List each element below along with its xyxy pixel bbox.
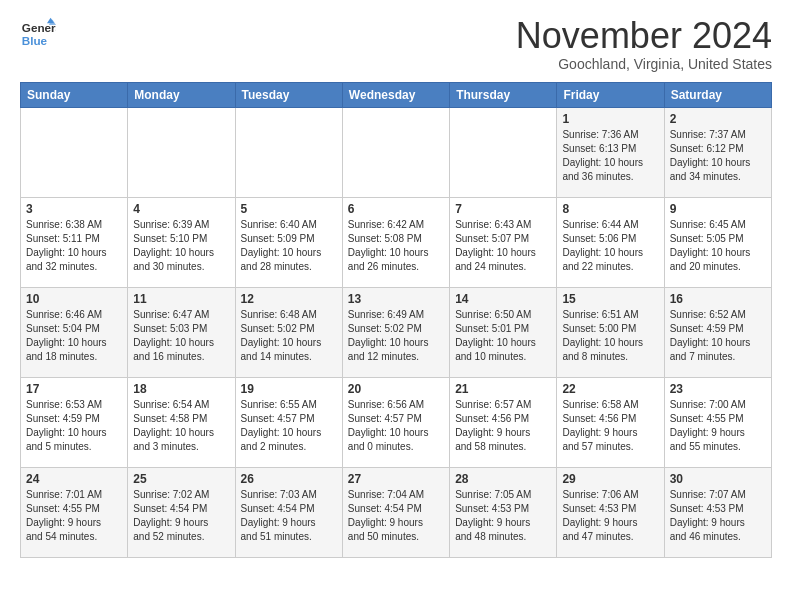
calendar-cell: 25Sunrise: 7:02 AM Sunset: 4:54 PM Dayli… [128,467,235,557]
day-number: 20 [348,382,444,396]
cell-info: Sunrise: 6:44 AM Sunset: 5:06 PM Dayligh… [562,218,658,274]
svg-text:Blue: Blue [22,34,48,47]
calendar-cell: 7Sunrise: 6:43 AM Sunset: 5:07 PM Daylig… [450,197,557,287]
calendar-cell [450,107,557,197]
cell-info: Sunrise: 6:47 AM Sunset: 5:03 PM Dayligh… [133,308,229,364]
weekday-header: Wednesday [342,82,449,107]
weekday-header: Friday [557,82,664,107]
calendar-cell: 24Sunrise: 7:01 AM Sunset: 4:55 PM Dayli… [21,467,128,557]
cell-info: Sunrise: 6:46 AM Sunset: 5:04 PM Dayligh… [26,308,122,364]
cell-info: Sunrise: 6:53 AM Sunset: 4:59 PM Dayligh… [26,398,122,454]
calendar-cell: 17Sunrise: 6:53 AM Sunset: 4:59 PM Dayli… [21,377,128,467]
cell-info: Sunrise: 6:49 AM Sunset: 5:02 PM Dayligh… [348,308,444,364]
day-number: 12 [241,292,337,306]
calendar-cell [235,107,342,197]
calendar-table: SundayMondayTuesdayWednesdayThursdayFrid… [20,82,772,558]
calendar-cell: 26Sunrise: 7:03 AM Sunset: 4:54 PM Dayli… [235,467,342,557]
calendar-cell: 1Sunrise: 7:36 AM Sunset: 6:13 PM Daylig… [557,107,664,197]
day-number: 17 [26,382,122,396]
cell-info: Sunrise: 6:40 AM Sunset: 5:09 PM Dayligh… [241,218,337,274]
calendar-cell: 19Sunrise: 6:55 AM Sunset: 4:57 PM Dayli… [235,377,342,467]
header-row: SundayMondayTuesdayWednesdayThursdayFrid… [21,82,772,107]
cell-info: Sunrise: 6:58 AM Sunset: 4:56 PM Dayligh… [562,398,658,454]
calendar-cell: 9Sunrise: 6:45 AM Sunset: 5:05 PM Daylig… [664,197,771,287]
calendar-cell: 30Sunrise: 7:07 AM Sunset: 4:53 PM Dayli… [664,467,771,557]
cell-info: Sunrise: 6:56 AM Sunset: 4:57 PM Dayligh… [348,398,444,454]
day-number: 26 [241,472,337,486]
calendar-cell: 11Sunrise: 6:47 AM Sunset: 5:03 PM Dayli… [128,287,235,377]
calendar-cell [342,107,449,197]
calendar-cell: 23Sunrise: 7:00 AM Sunset: 4:55 PM Dayli… [664,377,771,467]
calendar-cell: 12Sunrise: 6:48 AM Sunset: 5:02 PM Dayli… [235,287,342,377]
day-number: 14 [455,292,551,306]
day-number: 15 [562,292,658,306]
weekday-header: Saturday [664,82,771,107]
cell-info: Sunrise: 7:07 AM Sunset: 4:53 PM Dayligh… [670,488,766,544]
day-number: 5 [241,202,337,216]
calendar-week-row: 3Sunrise: 6:38 AM Sunset: 5:11 PM Daylig… [21,197,772,287]
day-number: 16 [670,292,766,306]
calendar-cell: 28Sunrise: 7:05 AM Sunset: 4:53 PM Dayli… [450,467,557,557]
cell-info: Sunrise: 6:42 AM Sunset: 5:08 PM Dayligh… [348,218,444,274]
day-number: 8 [562,202,658,216]
weekday-header: Tuesday [235,82,342,107]
day-number: 30 [670,472,766,486]
cell-info: Sunrise: 6:50 AM Sunset: 5:01 PM Dayligh… [455,308,551,364]
title-block: November 2024 Goochland, Virginia, Unite… [516,16,772,72]
cell-info: Sunrise: 7:06 AM Sunset: 4:53 PM Dayligh… [562,488,658,544]
calendar-cell: 13Sunrise: 6:49 AM Sunset: 5:02 PM Dayli… [342,287,449,377]
day-number: 1 [562,112,658,126]
day-number: 21 [455,382,551,396]
calendar-cell: 15Sunrise: 6:51 AM Sunset: 5:00 PM Dayli… [557,287,664,377]
day-number: 19 [241,382,337,396]
cell-info: Sunrise: 7:01 AM Sunset: 4:55 PM Dayligh… [26,488,122,544]
calendar-cell: 10Sunrise: 6:46 AM Sunset: 5:04 PM Dayli… [21,287,128,377]
cell-info: Sunrise: 6:54 AM Sunset: 4:58 PM Dayligh… [133,398,229,454]
cell-info: Sunrise: 7:36 AM Sunset: 6:13 PM Dayligh… [562,128,658,184]
calendar-cell: 18Sunrise: 6:54 AM Sunset: 4:58 PM Dayli… [128,377,235,467]
calendar-cell: 6Sunrise: 6:42 AM Sunset: 5:08 PM Daylig… [342,197,449,287]
cell-info: Sunrise: 6:39 AM Sunset: 5:10 PM Dayligh… [133,218,229,274]
day-number: 18 [133,382,229,396]
calendar-cell: 3Sunrise: 6:38 AM Sunset: 5:11 PM Daylig… [21,197,128,287]
location: Goochland, Virginia, United States [516,56,772,72]
calendar-cell: 2Sunrise: 7:37 AM Sunset: 6:12 PM Daylig… [664,107,771,197]
day-number: 22 [562,382,658,396]
calendar-cell: 14Sunrise: 6:50 AM Sunset: 5:01 PM Dayli… [450,287,557,377]
calendar-cell: 21Sunrise: 6:57 AM Sunset: 4:56 PM Dayli… [450,377,557,467]
day-number: 7 [455,202,551,216]
cell-info: Sunrise: 6:57 AM Sunset: 4:56 PM Dayligh… [455,398,551,454]
weekday-header: Thursday [450,82,557,107]
logo-icon: General Blue [20,16,56,52]
cell-info: Sunrise: 7:00 AM Sunset: 4:55 PM Dayligh… [670,398,766,454]
calendar-cell: 29Sunrise: 7:06 AM Sunset: 4:53 PM Dayli… [557,467,664,557]
header: General Blue November 2024 Goochland, Vi… [20,16,772,72]
calendar-cell: 16Sunrise: 6:52 AM Sunset: 4:59 PM Dayli… [664,287,771,377]
day-number: 9 [670,202,766,216]
cell-info: Sunrise: 6:43 AM Sunset: 5:07 PM Dayligh… [455,218,551,274]
cell-info: Sunrise: 6:51 AM Sunset: 5:00 PM Dayligh… [562,308,658,364]
calendar-week-row: 1Sunrise: 7:36 AM Sunset: 6:13 PM Daylig… [21,107,772,197]
cell-info: Sunrise: 7:02 AM Sunset: 4:54 PM Dayligh… [133,488,229,544]
cell-info: Sunrise: 6:45 AM Sunset: 5:05 PM Dayligh… [670,218,766,274]
calendar-cell [128,107,235,197]
cell-info: Sunrise: 7:04 AM Sunset: 4:54 PM Dayligh… [348,488,444,544]
day-number: 11 [133,292,229,306]
page: General Blue November 2024 Goochland, Vi… [0,0,792,570]
day-number: 3 [26,202,122,216]
day-number: 2 [670,112,766,126]
day-number: 23 [670,382,766,396]
calendar-cell: 4Sunrise: 6:39 AM Sunset: 5:10 PM Daylig… [128,197,235,287]
day-number: 6 [348,202,444,216]
calendar-week-row: 17Sunrise: 6:53 AM Sunset: 4:59 PM Dayli… [21,377,772,467]
cell-info: Sunrise: 7:03 AM Sunset: 4:54 PM Dayligh… [241,488,337,544]
cell-info: Sunrise: 6:48 AM Sunset: 5:02 PM Dayligh… [241,308,337,364]
weekday-header: Sunday [21,82,128,107]
cell-info: Sunrise: 7:05 AM Sunset: 4:53 PM Dayligh… [455,488,551,544]
calendar-cell: 8Sunrise: 6:44 AM Sunset: 5:06 PM Daylig… [557,197,664,287]
cell-info: Sunrise: 6:52 AM Sunset: 4:59 PM Dayligh… [670,308,766,364]
day-number: 25 [133,472,229,486]
calendar-week-row: 24Sunrise: 7:01 AM Sunset: 4:55 PM Dayli… [21,467,772,557]
day-number: 29 [562,472,658,486]
calendar-cell: 27Sunrise: 7:04 AM Sunset: 4:54 PM Dayli… [342,467,449,557]
